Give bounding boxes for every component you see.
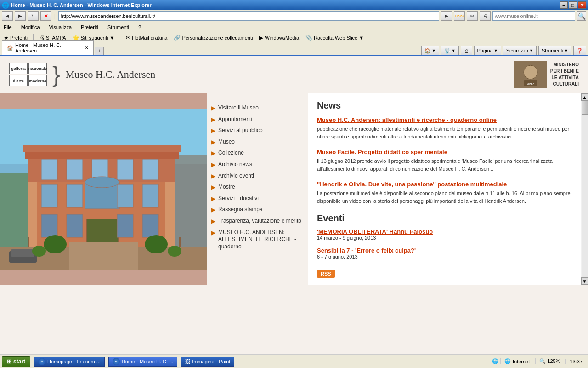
print-tool-button[interactable]: 🖨 bbox=[461, 46, 472, 55]
logo-boxes: galleria nazionale d'arte moderna bbox=[9, 63, 47, 86]
nav-appuntamenti-label: Appuntamenti bbox=[218, 116, 252, 123]
svg-rect-14 bbox=[67, 159, 83, 180]
nav-servizi-educativi[interactable]: ▶ Servizi Educativi bbox=[211, 193, 303, 205]
event-headline-2[interactable]: Sensibilia 7 - 'Errore o felix culpa?' bbox=[317, 247, 571, 254]
nav-mostre-label: Mostre bbox=[218, 184, 235, 191]
fav-windows-media[interactable]: ▶ WindowsMedia bbox=[257, 34, 301, 41]
zoom-icon: 🔍 bbox=[539, 358, 546, 364]
nav-mostre[interactable]: ▶ Mostre bbox=[211, 182, 303, 193]
nav-servizi[interactable]: ▶ Servizi al pubblico bbox=[211, 125, 303, 137]
window-title: Home - Museo H. C. Andersen - Windows In… bbox=[11, 2, 152, 8]
news-text-3: La postazione multimediale è disponibile… bbox=[317, 190, 571, 205]
nav-servizi-educativi-label: Servizi Educativi bbox=[218, 195, 259, 202]
fav-personalizzazione[interactable]: 🔗 Personalizzazione collegamenti bbox=[172, 34, 254, 41]
svg-point-31 bbox=[44, 235, 67, 253]
forward-button[interactable]: ▶ bbox=[15, 12, 26, 21]
menu-preferiti[interactable]: Preferiti bbox=[79, 23, 100, 31]
fav-hotmail[interactable]: ✉ HotMail gratuita bbox=[124, 34, 169, 41]
fav-raccolta[interactable]: 📎 Raccolta Web Slice ▼ bbox=[304, 34, 366, 41]
content-area: galleria nazionale d'arte moderna } Muse… bbox=[0, 56, 588, 354]
tab-toolbar-right: 🏠 ▼ 📡 ▼ 🖨 Pagina ▼ Sicurezza ▼ Strumenti… bbox=[421, 46, 586, 55]
news-article-3: ''Hendrik e Olivia. Due vite, una passio… bbox=[317, 181, 571, 205]
scroll-thumb[interactable] bbox=[582, 101, 588, 115]
news-text-2: Il 13 giugno 2012 prende avvio il proget… bbox=[317, 157, 571, 172]
hotmail-icon: ✉ bbox=[126, 34, 130, 41]
address-input[interactable] bbox=[58, 12, 439, 21]
taskbar-paint-label: Immagine - Paint bbox=[192, 359, 230, 364]
logo-area: galleria nazionale d'arte moderna } Muse… bbox=[9, 63, 155, 86]
nav-quaderno[interactable]: ▶ MUSEO H.C. ANDERSEN: ALLESTIMENTI E RI… bbox=[211, 227, 303, 253]
menu-visualizza[interactable]: Visualizza bbox=[47, 23, 74, 31]
search-go-button[interactable]: 🔍 bbox=[577, 12, 586, 21]
close-button[interactable]: ✕ bbox=[578, 1, 586, 9]
event-headline-1[interactable]: 'MEMORIA OBLITERATA' Hannu Palosuo bbox=[317, 228, 571, 235]
home-button[interactable]: 🏠 ▼ bbox=[421, 46, 439, 55]
taskbar-homepage[interactable]: e Homepage | Telecom ... bbox=[34, 356, 105, 367]
active-tab[interactable]: 🏠 Home - Museo H. C. Andersen ✕ bbox=[2, 40, 94, 55]
menu-modifica[interactable]: Modifica bbox=[19, 23, 42, 31]
nav-museo-label: Museo bbox=[218, 138, 235, 146]
new-tab-button[interactable]: + bbox=[95, 47, 104, 55]
menu-file[interactable]: File bbox=[2, 23, 14, 31]
nav-arrow-9: ▶ bbox=[211, 196, 215, 203]
nav-archivio-eventi[interactable]: ▶ Archivio eventi bbox=[211, 171, 303, 182]
tab-close-icon[interactable]: ✕ bbox=[85, 46, 89, 50]
rss-button-site[interactable]: RSS bbox=[317, 270, 335, 278]
news-headline-3[interactable]: ''Hendrik e Olivia. Due vite, una passio… bbox=[317, 181, 571, 188]
nav-collezione[interactable]: ▶ Collezione bbox=[211, 148, 303, 159]
browser-icon: 🌐 bbox=[2, 2, 9, 9]
nav-rassegna[interactable]: ▶ Rassegna stampa bbox=[211, 204, 303, 216]
feed-button[interactable]: RSS bbox=[454, 12, 465, 21]
svg-rect-12 bbox=[23, 145, 181, 152]
zoom-value: 125% bbox=[547, 358, 560, 364]
nav-arrow-11: ▶ bbox=[211, 218, 215, 225]
tools-button[interactable]: Strumenti ▼ bbox=[538, 46, 571, 55]
scroll-down-button[interactable]: ▼ bbox=[581, 277, 588, 285]
page-button[interactable]: Pagina ▼ bbox=[474, 46, 501, 55]
svg-rect-16 bbox=[117, 159, 133, 180]
taskbar-museo[interactable]: e Home - Museo H. C. ... bbox=[108, 356, 177, 367]
svg-point-32 bbox=[145, 235, 168, 253]
svg-point-36 bbox=[168, 246, 181, 257]
security-button[interactable]: Sicurezza ▼ bbox=[503, 46, 537, 55]
nav-arrow-10: ▶ bbox=[211, 207, 215, 214]
logo-bracket: } bbox=[52, 63, 60, 86]
stop-button[interactable]: ✕ bbox=[40, 12, 51, 21]
help-tool-button[interactable]: ❓ bbox=[573, 46, 586, 55]
nav-appuntamenti[interactable]: ▶ Appuntamenti bbox=[211, 114, 303, 126]
scroll-up-button[interactable]: ▲ bbox=[581, 93, 588, 101]
nav-archivio-news[interactable]: ▶ Archivio news bbox=[211, 159, 303, 171]
ie-icon-1: e bbox=[38, 358, 45, 365]
internet-label: Internet bbox=[513, 359, 530, 364]
svg-rect-28 bbox=[142, 214, 158, 237]
svg-point-35 bbox=[32, 246, 46, 257]
go-button[interactable]: ▶ bbox=[441, 12, 452, 21]
news-headline-1[interactable]: Museo H.C. Andersen: allestimenti e rice… bbox=[317, 116, 571, 123]
news-headline-2[interactable]: Museo Facile. Progetto didattico sperime… bbox=[317, 149, 571, 155]
nav-visitare[interactable]: ▶ Visitare il Museo bbox=[211, 103, 303, 114]
menu-help[interactable]: ? bbox=[136, 23, 143, 31]
svg-rect-38 bbox=[179, 237, 181, 247]
news-article-1: Museo H.C. Andersen: allestimenti e rice… bbox=[317, 116, 571, 140]
nav-servizi-label: Servizi al pubblico bbox=[218, 127, 263, 134]
maximize-button[interactable]: □ bbox=[569, 1, 577, 9]
back-button[interactable]: ◀ bbox=[2, 12, 13, 21]
main-layout: ▶ Visitare il Museo ▶ Appuntamenti ▶ Ser… bbox=[0, 93, 588, 285]
print-button[interactable]: 🖨 bbox=[480, 12, 491, 21]
rss-button[interactable]: 📡 ▼ bbox=[441, 46, 459, 55]
svg-rect-30 bbox=[69, 242, 138, 270]
nav-museo[interactable]: ▶ Museo bbox=[211, 137, 303, 148]
mibac-logo-image: MIBAC bbox=[514, 61, 547, 88]
taskbar-paint[interactable]: 🖼 Immagine - Paint bbox=[181, 356, 234, 367]
nav-arrow-4: ▶ bbox=[211, 139, 215, 146]
search-input[interactable] bbox=[492, 12, 575, 21]
minimize-button[interactable]: – bbox=[560, 1, 568, 9]
read-mail-button[interactable]: ✉ bbox=[467, 12, 478, 21]
start-button[interactable]: ⊞ start bbox=[2, 356, 30, 367]
refresh-button[interactable]: ↻ bbox=[28, 12, 39, 21]
nav-trasparenza[interactable]: ▶ Trasparenza, valutazione e merito bbox=[211, 216, 303, 227]
menu-strumenti[interactable]: Strumenti bbox=[106, 23, 131, 31]
nav-arrow-6: ▶ bbox=[211, 161, 215, 169]
nav-menu: ▶ Visitare il Museo ▶ Appuntamenti ▶ Ser… bbox=[207, 93, 308, 285]
nav-arrow-3: ▶ bbox=[211, 127, 215, 135]
